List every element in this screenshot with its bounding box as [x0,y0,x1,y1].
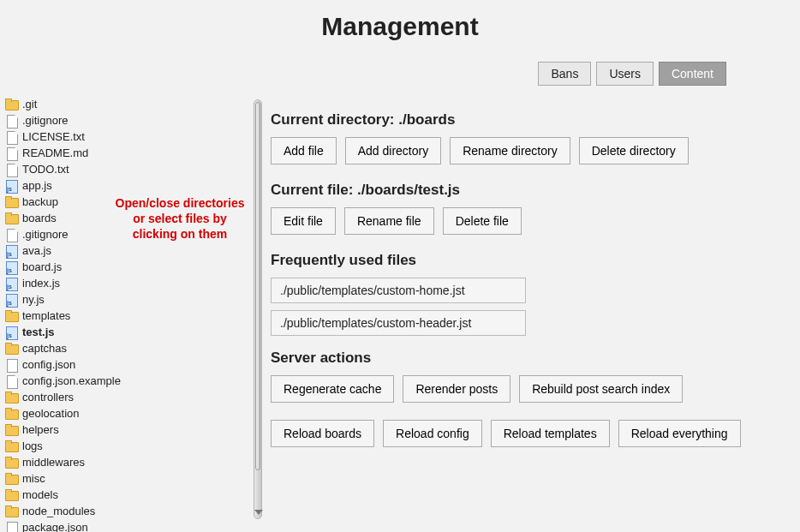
server-action-regenerate-cache[interactable]: Regenerate cache [271,375,394,403]
current-directory-path: ./boards [398,111,455,128]
tree-item[interactable]: misc [5,470,262,487]
tree-item[interactable]: models [5,487,262,503]
tree-item-label: controllers [22,389,74,405]
tabbar: BansUsersContent [538,62,726,86]
tree-item-label: node_modules [22,503,95,519]
tree-item-label: templates [22,308,70,324]
scrollbar-arrow-down-icon[interactable] [254,510,263,515]
tree-item-label: .git [22,96,37,112]
tree-item-label: logs [22,438,43,454]
dir-action-add-file[interactable]: Add file [271,137,337,164]
folder-icon [5,457,19,469]
folder-icon [5,408,19,420]
file-icon [5,359,19,371]
tree-item[interactable]: geolocation [5,405,262,421]
file-tree-sidebar: .git.gitignoreLICENSE.txtREADME.mdTODO.t… [5,96,262,532]
folder-icon [5,99,19,111]
file-icon [5,245,19,257]
file-icon [5,261,19,273]
server-action-reload-config[interactable]: Reload config [383,420,482,447]
server-actions-heading: Server actions [271,350,783,367]
tree-item[interactable]: .gitignore [5,112,262,129]
tree-item[interactable]: middlewares [5,454,262,470]
frequent-file-item[interactable]: ./public/templates/custom-header.jst [271,310,526,336]
tree-item[interactable]: index.js [5,275,262,291]
tree-item[interactable]: .git [5,96,262,112]
tree-item[interactable]: LICENSE.txt [5,129,262,145]
frequent-file-item[interactable]: ./public/templates/custom-home.jst [271,278,526,303]
tree-item[interactable]: config.json [5,356,262,373]
tree-item[interactable]: config.json.example [5,373,262,389]
tree-item-label: helpers [22,421,59,438]
tree-item-label: middlewares [22,454,85,470]
frequent-files-heading: Frequently used files [271,252,783,269]
tree-item-label: board.js [22,259,62,275]
vertical-scrollbar[interactable] [254,99,262,519]
tree-item[interactable]: ny.js [5,291,262,308]
tree-item[interactable]: helpers [5,421,262,438]
folder-icon [5,310,19,322]
tree-item[interactable]: node_modules [5,503,262,519]
tab-users[interactable]: Users [596,62,654,86]
tree-item[interactable]: logs [5,438,262,454]
server-actions-row-1: Regenerate cacheRerender postsRebuild po… [271,375,783,403]
file-icon [5,278,19,290]
tree-item-label: config.json.example [22,373,121,389]
tree-item-label: test.js [22,324,55,340]
dir-action-delete-directory[interactable]: Delete directory [579,137,689,164]
file-action-rename-file[interactable]: Rename file [344,207,434,235]
folder-icon [5,424,19,436]
tree-item[interactable]: test.js [5,324,262,340]
tree-item-label: .gitignore [22,226,68,242]
tree-item-label: ny.js [22,291,45,308]
tree-item-label: .gitignore [22,112,68,129]
folder-icon [5,489,19,501]
file-icon [5,294,19,306]
tree-item[interactable]: templates [5,308,262,324]
tree-item[interactable]: app.js [5,177,262,194]
server-action-rerender-posts[interactable]: Rerender posts [403,375,510,403]
tree-item-label: models [22,487,58,503]
tree-item-label: index.js [22,275,60,291]
tree-item-label: TODO.txt [22,161,69,177]
tree-item-label: README.md [22,145,88,161]
file-action-delete-file[interactable]: Delete file [443,207,522,235]
file-icon [5,131,19,143]
folder-icon [5,212,19,224]
tree-item-label: LICENSE.txt [22,129,85,145]
file-action-edit-file[interactable]: Edit file [271,207,336,235]
file-icon [5,147,19,159]
folder-icon [5,473,19,485]
tab-content[interactable]: Content [659,62,726,86]
current-file-prefix: Current file: [271,182,357,198]
file-icon [5,164,19,176]
current-directory-heading: Current directory: ./boards [271,111,783,129]
tree-item-label: captchas [22,340,67,356]
tab-bans[interactable]: Bans [538,62,591,86]
tree-item[interactable]: README.md [5,145,262,161]
tree-item-label: backup [22,194,58,210]
frequent-files-list: ./public/templates/custom-home.jst./publ… [271,278,783,336]
tree-item[interactable]: captchas [5,340,262,356]
dir-action-rename-directory[interactable]: Rename directory [450,137,570,164]
tree-item[interactable]: controllers [5,389,262,405]
tree-item-label: boards [22,210,57,226]
tree-item-label: app.js [22,177,52,194]
scrollbar-thumb[interactable] [255,102,260,470]
server-action-reload-boards[interactable]: Reload boards [271,420,374,447]
server-action-reload-templates[interactable]: Reload templates [491,420,610,447]
main-panel: Current directory: ./boards Add fileAdd … [271,111,783,464]
file-tree: .git.gitignoreLICENSE.txtREADME.mdTODO.t… [5,96,262,532]
tree-item[interactable]: package.json [5,519,262,532]
server-action-rebuild-post-search-index[interactable]: Rebuild post search index [519,375,683,403]
tree-item[interactable]: ava.js [5,242,262,259]
folder-icon [5,392,19,403]
tree-item[interactable]: board.js [5,259,262,275]
folder-icon [5,505,19,517]
dir-action-add-directory[interactable]: Add directory [345,137,441,164]
folder-icon [5,440,19,452]
server-action-reload-everything[interactable]: Reload everything [618,420,741,447]
tree-item-label: package.json [22,519,88,532]
directory-actions-row: Add fileAdd directoryRename directoryDel… [271,137,783,164]
tree-item[interactable]: TODO.txt [5,161,262,177]
